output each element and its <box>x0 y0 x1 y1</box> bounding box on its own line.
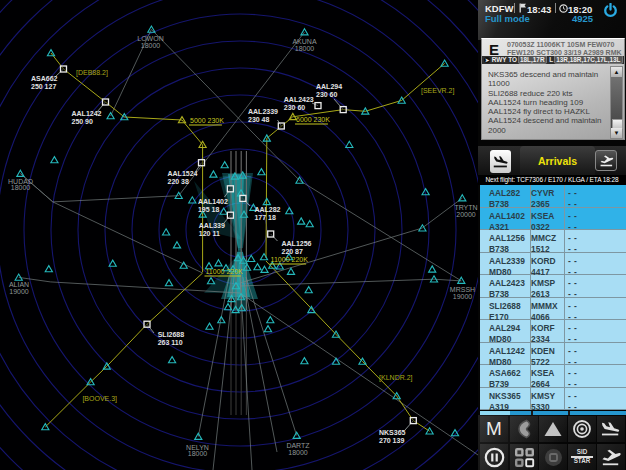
svg-text:120 11: 120 11 <box>199 230 220 237</box>
svg-text:ASA662: ASA662 <box>31 75 58 82</box>
svg-text:[KLNDR.2]: [KLNDR.2] <box>379 374 413 382</box>
svg-text:AAL294: AAL294 <box>316 83 342 90</box>
svg-text:250 127: 250 127 <box>31 83 56 90</box>
svg-text:AAL282: AAL282 <box>254 206 280 213</box>
svg-text:220 38: 220 38 <box>168 178 190 185</box>
svg-text:220 87: 220 87 <box>282 248 304 255</box>
svg-text:AAL2423: AAL2423 <box>284 96 314 103</box>
svg-text:230 60: 230 60 <box>316 91 338 98</box>
svg-text:250 90: 250 90 <box>72 118 94 125</box>
svg-text:263 110: 263 110 <box>158 339 183 346</box>
svg-text:230 60: 230 60 <box>284 104 306 111</box>
svg-text:19000: 19000 <box>9 288 29 295</box>
svg-text:AAL1402: AAL1402 <box>198 198 228 205</box>
svg-text:19000: 19000 <box>453 293 473 300</box>
svg-text:195 18: 195 18 <box>198 206 220 213</box>
svg-text:230 48: 230 48 <box>248 116 270 123</box>
svg-text:18000: 18000 <box>11 184 31 191</box>
svg-text:[DEB88.2]: [DEB88.2] <box>76 69 108 77</box>
svg-text:11000 220K: 11000 220K <box>206 268 244 275</box>
svg-text:18000: 18000 <box>295 45 315 52</box>
svg-text:20000: 20000 <box>456 211 476 218</box>
svg-text:AAL2339: AAL2339 <box>248 108 278 115</box>
svg-text:NKS365: NKS365 <box>379 429 406 436</box>
svg-text:18000: 18000 <box>141 42 161 49</box>
svg-text:177 18: 177 18 <box>254 214 276 221</box>
svg-text:11000 220K: 11000 220K <box>271 256 309 263</box>
svg-text:18000: 18000 <box>288 449 308 456</box>
svg-text:AAL1524: AAL1524 <box>168 170 198 177</box>
svg-text:[SEEVR.2]: [SEEVR.2] <box>421 87 455 95</box>
svg-text:270 139: 270 139 <box>379 437 404 444</box>
svg-text:[BOOVE.3]: [BOOVE.3] <box>82 395 117 403</box>
svg-text:6000 230K: 6000 230K <box>296 116 330 123</box>
svg-text:AAL1242: AAL1242 <box>72 110 102 117</box>
svg-text:SLI2688: SLI2688 <box>158 331 185 338</box>
svg-text:AAL339: AAL339 <box>199 222 225 229</box>
svg-text:5000 230K: 5000 230K <box>190 117 224 124</box>
svg-text:AAL1256: AAL1256 <box>282 240 312 247</box>
svg-text:18000: 18000 <box>188 450 208 457</box>
